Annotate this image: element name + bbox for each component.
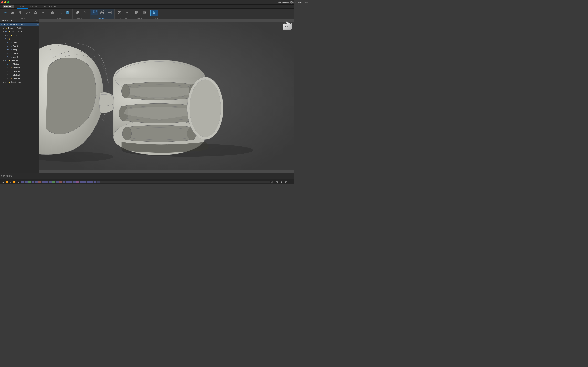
sketch1-eye[interactable]: 👁 [7,63,9,65]
timeline-display-icon[interactable]: ◉ [280,180,284,184]
browser-bodies[interactable]: ▼ 👁 📁 Bodies [0,37,39,41]
tl-marker-11[interactable]: J1 [56,181,59,183]
sketch3-eye[interactable]: 👁 [7,70,9,72]
origin-eye[interactable]: 👁 [7,34,9,36]
comments-expand-icon[interactable]: + [13,175,15,177]
timeline-camera-icon[interactable]: 🎥 [270,180,274,184]
tl-marker-12[interactable]: J2 [59,181,62,183]
body3-eye[interactable]: 👁 [7,49,9,51]
browser-named-views[interactable]: ▶ 👁 📁 Named Views [0,30,39,33]
timeline-go-next[interactable]: ⏩ [13,181,16,183]
tl-marker-19[interactable]: C3 [83,181,86,183]
browser-options-icon[interactable]: ⋯ [36,20,38,22]
doc-settings-expand[interactable]: ▶ [3,27,5,29]
browser-construction[interactable]: ▶ 👁 📁 Construction [0,80,39,84]
tl-marker-6[interactable]: E2 [38,181,41,183]
browser-collapse-icon[interactable]: ◀ [1,20,3,22]
3d-viewport[interactable]: BACK [39,19,294,173]
tl-marker-5[interactable]: E1 [35,181,38,183]
timeline-more-icon[interactable]: ⋯ [289,180,293,184]
tl-marker-10[interactable]: F1 [52,181,55,183]
root-options[interactable]: ⊙ [37,24,39,25]
sketch2-eye[interactable]: 👁 [7,67,9,69]
origin-expand[interactable]: ▶ [5,34,7,36]
create-extrude-button[interactable] [9,9,17,15]
sketches-expand[interactable]: ▼ [3,60,5,61]
tab-surface[interactable]: SURFACE [27,5,41,8]
tl-marker-16[interactable]: J6 [73,181,76,183]
browser-body5[interactable]: 👁 ▭ Body5 [0,55,39,59]
root-expand-icon[interactable]: ▼ [1,24,3,25]
modify-label[interactable]: MODIFY ▾ [57,17,64,19]
browser-sketch1[interactable]: 👁 ✏ Sketch1 [0,62,39,66]
browser-sketches[interactable]: ▼ 👁 📁 Sketches [0,59,39,62]
tl-marker-15[interactable]: J5 [69,181,72,183]
assemble-label[interactable]: ASSEMBLE ▾ [77,17,86,19]
sketch5-eye[interactable]: 👁 [7,78,9,79]
modify-physical-button[interactable] [64,9,71,15]
construct-offset-plane-button[interactable] [91,9,98,15]
construct-midplane-button[interactable] [106,9,113,15]
named-views-eye[interactable]: 👁 [5,31,8,33]
minimize-button[interactable] [4,1,6,3]
tl-marker-20[interactable]: C4 [87,181,90,183]
tab-tools[interactable]: TOOLS [59,5,70,8]
tl-marker-22[interactable]: C6 [94,181,96,183]
browser-body3[interactable]: 👁 ▭ Body3 [0,48,39,51]
select-label[interactable]: SELECT ▾ [151,17,157,19]
body5-eye[interactable]: 👁 [7,56,9,58]
insert-canvas-button[interactable] [141,9,148,15]
tl-marker-9[interactable]: E5 [49,181,52,183]
browser-origin[interactable]: ▶ 👁 📁 Origin [0,33,39,37]
inspect-interference-button[interactable] [123,9,130,15]
browser-sketch5[interactable]: 👁 ✏ Sketch5 [0,77,39,80]
insert-label[interactable]: INSERT ▾ [137,17,144,19]
browser-root-item[interactable]: ▼ 📄 Tripod Hyperboloid with sc... ⊙ [0,23,39,26]
modify-press-button[interactable] [49,9,56,15]
construction-expand[interactable]: ▶ [3,81,5,83]
assemble-joint-button[interactable] [81,9,89,15]
create-loft-button[interactable] [32,9,39,15]
insert-derive-button[interactable] [133,9,140,15]
tl-marker-8[interactable]: E4 [45,181,48,183]
timeline-go-end[interactable]: ⏭ [17,181,20,183]
select-button[interactable] [150,9,158,16]
construct-label[interactable]: CONSTRUCT ▾ [97,17,107,19]
browser-document-settings[interactable]: ▶ ⚙ Document Settings [0,26,39,30]
tl-marker-3[interactable]: S3 [28,181,31,183]
tl-marker-13[interactable]: J3 [62,181,65,183]
create-label[interactable]: CREATE ▾ [21,17,27,19]
sketches-eye[interactable]: 👁 [5,60,8,61]
create-sweep-button[interactable] [24,9,32,15]
timeline-visual-icon[interactable]: ◧ [284,180,288,184]
tl-marker-7[interactable]: E3 [42,181,45,183]
timeline-play[interactable]: ▶ [9,181,12,183]
timeline-grid-icon[interactable]: ⊞ [275,180,279,184]
body2-eye[interactable]: 👁 [7,45,9,47]
tab-solid[interactable]: SOLID [17,5,27,8]
create-more-button[interactable]: ⊕ [39,9,47,15]
tl-marker-4[interactable]: S4 [32,181,35,183]
inspect-measure-button[interactable] [116,9,123,15]
browser-sketch4[interactable]: 👁 ✏ Sketch4 [0,73,39,77]
create-revolve-button[interactable] [17,9,24,15]
tl-marker-21[interactable]: C5 [90,181,93,183]
bodies-expand[interactable]: ▼ [3,38,5,40]
browser-sketch3[interactable]: 👁 ⚠✏ Sketch3 [0,69,39,73]
tl-marker-14[interactable]: J4 [66,181,69,183]
create-sketch-button[interactable] [2,9,9,15]
browser-body4[interactable]: 👁 ▭ Body4 [0,51,39,55]
inspect-label[interactable]: INSPECT ▾ [120,17,127,19]
view-cube[interactable]: BACK [281,21,292,32]
tl-marker-2[interactable]: S2 [25,181,27,183]
maximize-button[interactable] [7,1,9,3]
tl-marker-1[interactable]: S1 [21,181,24,183]
modify-fillet-button[interactable] [57,9,64,15]
body4-eye[interactable]: 👁 [7,52,9,54]
browser-body2[interactable]: 👁 ▭ Body2 [0,44,39,48]
tl-marker-18[interactable]: C2 [80,181,83,183]
construction-eye[interactable]: 👁 [5,81,8,83]
design-dropdown[interactable]: DESIGN ▾ [3,5,14,8]
timeline-go-start[interactable]: ⏮ [1,181,4,183]
tl-marker-17[interactable]: C1 [76,181,79,183]
